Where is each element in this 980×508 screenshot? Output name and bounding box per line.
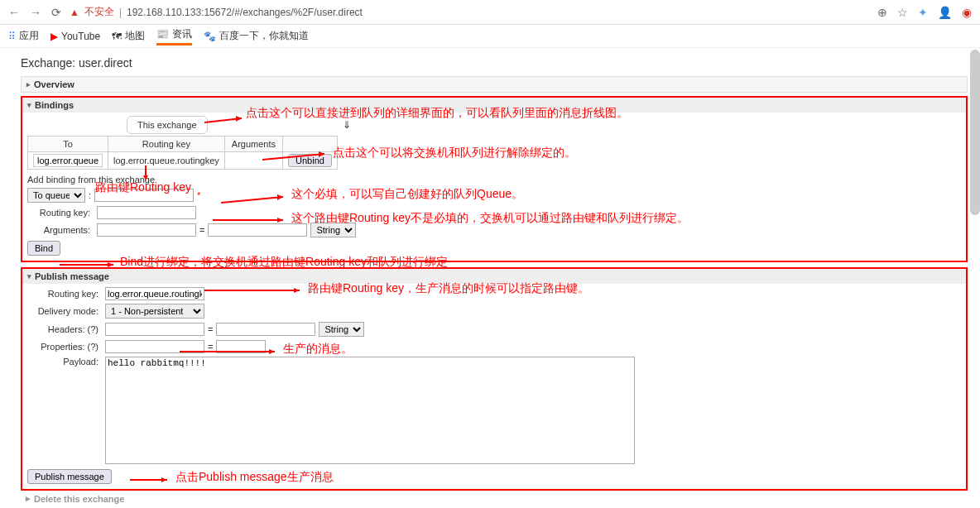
annotation-queue-link: 点击这个可以直接进到队列的详细界面的，可以看队列里面的消息折线图。 [246,106,628,121]
delivery-mode-select[interactable]: 1 - Non-persistent [105,304,204,319]
chevron-right-icon: ▸ [26,80,31,89]
delete-section[interactable]: ▸ Delete this exchange [21,491,968,506]
arg-key-input[interactable] [97,223,196,237]
annotation-routing-key: 路由键Routing key [95,180,191,195]
bookmark-maps[interactable]: 🗺地图 [112,29,145,43]
bookmark-baidu[interactable]: 🐾百度一下，你就知道 [204,29,309,43]
page-title: Exchange: user.direct [21,56,968,69]
chevron-right-icon: ▸ [26,493,31,504]
chevron-down-icon: ▾ [27,272,31,280]
annotation-queue-required: 这个必填，可以写自己创建好的队列Queue。 [291,187,523,202]
warning-icon: ▲ [70,7,79,18]
extension-icon[interactable]: ◉ [962,6,972,19]
reload-icon[interactable]: ⟳ [51,6,61,19]
annotation-publish: 点击Publish message生产消息 [175,470,334,485]
svg-marker-9 [277,218,283,223]
arrow-down-icon: ⇓ [339,119,355,131]
star-icon[interactable]: ☆ [897,6,908,19]
headers-label: Headers: (?) [27,324,102,334]
payload-label: Payload: [27,357,102,367]
pub-routing-input[interactable] [105,287,204,300]
to-queue-select[interactable]: To queue [27,188,85,203]
routing-key-input[interactable] [97,206,196,219]
forward-icon[interactable]: → [30,6,41,19]
bookmarks-bar: ⠿应用 ▶YouTube 🗺地图 📰资讯 🐾百度一下，你就知道 [0,25,980,48]
bookmark-news[interactable]: 📰资讯 [156,27,192,46]
svg-line-6 [221,197,283,203]
insecure-label: 不安全 [84,5,114,19]
this-exchange-box: This exchange [127,116,208,134]
svg-marker-17 [161,477,167,482]
annotation-payload: 生产的消息。 [283,342,353,357]
bind-button[interactable]: Bind [27,241,60,256]
annotation-routing-optional: 这个路由键Routing key不是必填的，交换机可以通过路由键和队列进行绑定。 [291,211,689,226]
svg-marker-7 [277,194,283,200]
svg-marker-15 [269,349,275,354]
delivery-label: Delivery mode: [27,306,102,316]
payload-input[interactable]: hello rabbitmq!!!! [105,357,635,464]
search-icon[interactable]: ⊕ [877,6,887,19]
header-type-select[interactable]: String [319,322,364,337]
svg-marker-13 [294,288,300,293]
url-text: 192.168.110.133:15672/#/exchanges/%2F/us… [127,7,363,18]
url-bar[interactable]: ▲ 不安全 | 192.168.110.133:15672/#/exchange… [70,5,869,19]
queue-link[interactable]: log.error.queue [33,154,103,167]
props-label: Properties: (?) [27,342,102,352]
chevron-down-icon: ▾ [27,101,31,109]
back-icon[interactable]: ← [8,6,20,19]
routing-key-cell: log.error.queue.routingkey [108,152,225,170]
bookmark-youtube[interactable]: ▶YouTube [50,31,100,42]
scrollbar[interactable] [970,50,980,215]
annotation-unbind: 点击这个可以将交换机和队列进行解除绑定的。 [333,146,576,161]
pub-routing-label: Routing key: [27,289,102,299]
header-val-input[interactable] [216,323,315,336]
browser-toolbar: ← → ⟳ ▲ 不安全 | 192.168.110.133:15672/#/ex… [0,0,980,25]
svg-line-2 [262,154,324,160]
user-icon[interactable]: 👤 [938,6,952,19]
apps-shortcut[interactable]: ⠿应用 [8,29,39,43]
routing-key-label: Routing key: [27,208,94,218]
overview-section[interactable]: ▸ Overview [21,76,968,93]
publish-button[interactable]: Publish message [27,469,112,484]
annotation-pub-routing: 路由键Routing key，生产消息的时候可以指定路由键。 [308,281,589,296]
th-routing: Routing key [108,137,225,152]
svg-marker-1 [236,116,242,122]
arguments-label: Arguments: [27,225,94,235]
header-key-input[interactable] [105,323,204,336]
th-to: To [28,137,108,152]
svg-marker-3 [319,151,324,157]
bird-icon[interactable]: ✦ [918,6,928,19]
